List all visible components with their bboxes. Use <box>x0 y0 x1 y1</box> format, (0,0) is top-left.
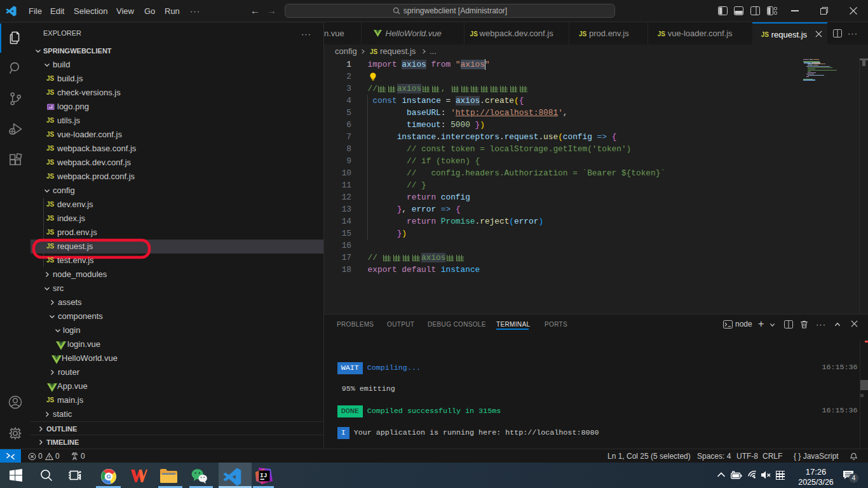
svg-text:IJ: IJ <box>260 472 267 479</box>
svg-text:G: G <box>106 473 111 480</box>
